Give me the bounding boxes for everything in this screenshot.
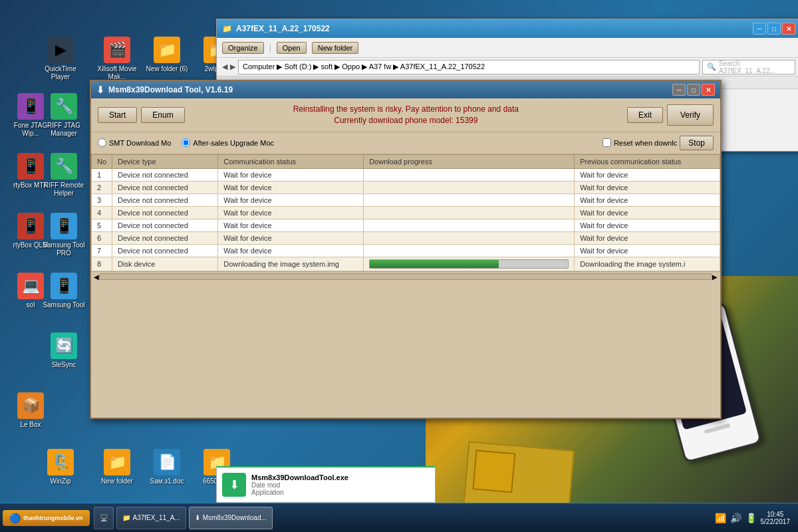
cell-comm-status: Wait for device xyxy=(218,194,364,206)
verify-button[interactable]: Verify xyxy=(667,104,714,126)
winzip-icon: 🗜️ xyxy=(47,449,74,475)
desktop-icon-newfolder2[interactable]: 📁 New folder xyxy=(93,449,141,485)
cell-no: 3 xyxy=(92,194,112,206)
desktop-icon-lebox[interactable]: 📦 Le Box xyxy=(7,392,55,429)
folder-icon-title: 📁 xyxy=(222,24,232,33)
taskbar-item-desktop[interactable]: 🖥️ xyxy=(94,507,114,529)
cell-download-progress xyxy=(364,244,575,257)
cell-no: 1 xyxy=(92,168,112,181)
reset-check[interactable]: Reset when downlc Stop xyxy=(602,136,714,150)
desktop-icon-samsung[interactable]: 📱 Samsung Tool xyxy=(40,273,88,309)
cell-prev-status: Wait for device xyxy=(575,206,720,219)
cell-download-progress xyxy=(364,181,575,194)
cell-device-type: Device not connected xyxy=(112,244,218,257)
close-button[interactable]: ✕ xyxy=(782,23,795,35)
cell-comm-status: Wait for device xyxy=(218,168,364,181)
taskbar-item-explorer[interactable]: 📁 A37fEX_11_A... xyxy=(116,507,186,529)
horizontal-scrollbar[interactable]: ◀ ▶ xyxy=(91,271,720,282)
cell-download-progress xyxy=(364,206,575,219)
scroll-right-btn[interactable]: ▶ xyxy=(712,273,718,281)
enum-button[interactable]: Enum xyxy=(141,107,184,123)
cell-prev-status: Wait for device xyxy=(575,181,720,194)
icon-label-newfolder2: New folder xyxy=(101,477,133,485)
aftersales-label: After-sales Upgrade Moc xyxy=(193,139,274,147)
taskbar-item-downloadtool[interactable]: ⬇ Msm8x39Download... xyxy=(189,507,273,529)
table-row: 1Device not connectedWait for deviceWait… xyxy=(92,168,720,181)
system-clock[interactable]: 10:45 5/22/2017 xyxy=(761,511,791,525)
exe-date: Date mod xyxy=(251,481,348,489)
search-placeholder: Search A37fEX_11_A.22... xyxy=(719,60,791,74)
download-tool-titlebar[interactable]: ⬇ Msm8x39Download Tool, V1.6.19 ─ □ ✕ xyxy=(91,81,720,98)
tool-maximize-btn[interactable]: □ xyxy=(687,84,700,96)
quicktime-icon: ▶ xyxy=(47,37,74,63)
smt-radio[interactable] xyxy=(98,138,106,147)
cell-download-progress xyxy=(364,194,575,206)
cell-prev-status: Downloading the image system.i xyxy=(575,257,720,271)
tool-message: Reinstalling the system is risky. Pay at… xyxy=(189,104,623,126)
desktop-icon-newfolder[interactable]: 📁 New folder (6) xyxy=(143,37,191,73)
desktop-icon-quicktime[interactable]: ▶ QuickTime Player xyxy=(37,37,84,81)
icon-label-samdoc: Sам.з1.doc xyxy=(150,477,184,485)
cell-device-type: Device not connected xyxy=(112,231,218,244)
search-box[interactable]: 🔍 Search A37fEX_11_A.22... xyxy=(702,60,795,74)
start-label: thanhtrungmobile.vn xyxy=(23,515,83,521)
start-button[interactable]: Start xyxy=(98,107,137,123)
cell-comm-status: Wait for device xyxy=(218,231,364,244)
file-explorer-title: A37fEX_11_A.22_170522 xyxy=(236,24,330,33)
new-folder-button[interactable]: New folder xyxy=(312,42,359,54)
cell-download-progress xyxy=(364,219,575,231)
tool-minimize-btn[interactable]: ─ xyxy=(672,84,686,96)
taskbar: 🔵 thanhtrungmobile.vn 🖥️ 📁 A37fEX_11_A..… xyxy=(0,503,798,532)
tool-close-btn[interactable]: ✕ xyxy=(702,84,715,96)
aftersales-radio[interactable] xyxy=(182,138,190,147)
stop-button[interactable]: Stop xyxy=(680,136,714,150)
cell-device-type: Device not connected xyxy=(112,219,218,231)
cell-prev-status: Wait for device xyxy=(575,219,720,231)
reset-checkbox[interactable] xyxy=(602,138,611,147)
exit-button[interactable]: Exit xyxy=(627,107,663,123)
cell-no: 8 xyxy=(92,257,112,271)
desktop-icon-riff[interactable]: 🔧 RIFF JTAG Manager xyxy=(40,93,88,138)
desktop-icon-riffremote[interactable]: 🔧 RIFF Remote Helper xyxy=(40,153,88,198)
device-table: No Device type Communication status Down… xyxy=(91,154,720,271)
lebox-icon: 📦 xyxy=(17,392,44,419)
cell-prev-status: Wait for device xyxy=(575,244,720,257)
taskbar-explorer-label: A37fEX_11_A... xyxy=(133,514,180,521)
icon-label-samsung-pro: Samsung Tool PRO xyxy=(40,241,88,257)
desktop-icon-sldesync[interactable]: 🔄 SleSync xyxy=(40,332,88,369)
desktop-icon-xilisoft[interactable]: 🎬 Xilisoft Movie Mak... xyxy=(93,37,141,81)
scroll-left-btn[interactable]: ◀ xyxy=(94,273,99,281)
icon-label-samsung: Samsung Tool xyxy=(43,301,84,309)
col-prev-status: Previous communication status xyxy=(575,154,720,168)
download-tool-window: ⬇ Msm8x39Download Tool, V1.6.19 ─ □ ✕ St… xyxy=(90,80,722,419)
maximize-button[interactable]: □ xyxy=(767,23,781,35)
icon-label-sol: sol xyxy=(27,301,35,309)
desktop-icon-winzip[interactable]: 🗜️ WinZip xyxy=(37,449,84,485)
minimize-button[interactable]: ─ xyxy=(753,23,766,35)
file-explorer-titlebar[interactable]: 📁 A37fEX_11_A.22_170522 ─ □ ✕ xyxy=(217,19,798,38)
address-path[interactable]: Computer ▶ Soft (D:) ▶ soft ▶ Oppo ▶ A37… xyxy=(238,60,700,74)
desktop-icon-samdoc[interactable]: 📄 Sам.з1.doc xyxy=(143,449,191,485)
reset-label: Reset when downlc xyxy=(614,139,677,147)
inner-box xyxy=(472,450,515,493)
scrollbar-track[interactable] xyxy=(99,273,712,280)
back-icon[interactable]: ◀ xyxy=(222,63,227,71)
desktop: ▶ QuickTime Player 🎬 Xilisoft Movie Mak.… xyxy=(0,0,798,532)
cell-comm-status: Wait for device xyxy=(218,181,364,194)
cell-device-type: Device not connected xyxy=(112,168,218,181)
forward-icon[interactable]: ▶ xyxy=(230,63,235,71)
explorer-toolbar: Organize | Open New folder xyxy=(217,38,798,58)
organize-button[interactable]: Organize xyxy=(222,42,264,54)
cell-device-type: Device not connected xyxy=(112,206,218,219)
icon-label-xilisoft: Xilisoft Movie Mak... xyxy=(93,65,141,81)
start-button-taskbar[interactable]: 🔵 thanhtrungmobile.vn xyxy=(3,510,90,526)
smt-option[interactable]: SMT Download Mo xyxy=(98,138,171,147)
device-table-wrapper: No Device type Communication status Down… xyxy=(91,154,720,271)
system-tray: 📶 🔊 🔋 10:45 5/22/2017 xyxy=(715,511,796,525)
desktop-icon-samsung-pro[interactable]: 📱 Samsung Tool PRO xyxy=(40,213,88,257)
cell-device-type: Device not connected xyxy=(112,181,218,194)
open-button[interactable]: Open xyxy=(277,42,307,54)
col-no: No xyxy=(92,154,112,168)
aftersales-option[interactable]: After-sales Upgrade Moc xyxy=(182,138,274,147)
cell-no: 6 xyxy=(92,231,112,244)
